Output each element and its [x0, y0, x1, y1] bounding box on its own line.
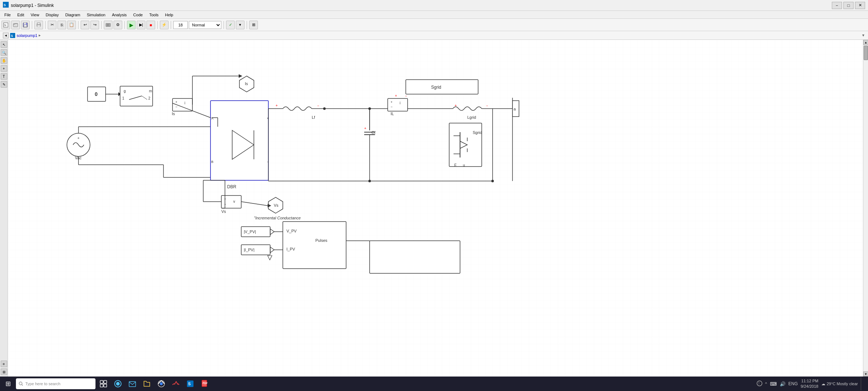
taskbar-date: 9/24/2018 [801, 384, 818, 389]
tb-sep-6 [157, 21, 158, 29]
svg-text:!: ! [758, 382, 760, 386]
scroll-down-btn[interactable]: ▼ [863, 371, 868, 377]
tb-cut[interactable]: ✂ [48, 21, 56, 29]
taskbar-volume[interactable]: 🔊 [780, 381, 786, 387]
svg-rect-98 [406, 80, 478, 94]
tb-check-dropdown[interactable]: ▾ [236, 21, 244, 29]
tb-grid[interactable]: ⊞ [249, 21, 258, 29]
menu-view[interactable]: View [28, 12, 42, 18]
mode-dropdown[interactable]: Normal Accelerator Rapid Accelerator Ext… [189, 21, 221, 29]
tb-run[interactable]: ▶ [127, 21, 136, 29]
taskbar-mail[interactable] [126, 377, 139, 390]
taskbar-pdf[interactable]: PDF [198, 377, 211, 390]
tb-new[interactable]: N [1, 21, 10, 29]
svg-text:−: − [317, 104, 319, 108]
simulink-app-icon: S [3, 2, 9, 9]
svg-text:Lf: Lf [312, 115, 315, 119]
svg-rect-100 [449, 123, 482, 167]
svg-text:|I_PV|: |I_PV| [244, 248, 255, 252]
svg-line-141 [22, 384, 23, 386]
svg-text:u: u [463, 163, 465, 167]
svg-text:+: + [364, 126, 366, 130]
canvas-area[interactable]: Vac + 0 g m 1 2 [8, 40, 863, 377]
menu-display[interactable]: Display [43, 12, 61, 18]
taskbar-language[interactable]: ENG [788, 381, 798, 386]
tb-copy[interactable]: ⎘ [58, 21, 66, 29]
tb-check[interactable]: ✓ [226, 21, 235, 29]
lp-pan[interactable]: ✋ [1, 57, 7, 64]
tb-stop[interactable]: ■ [146, 21, 155, 29]
lp-select[interactable]: ↖ [1, 41, 7, 48]
tb-sep-9 [247, 21, 247, 29]
taskbar: ⊞ Type here to search S PDF ! [0, 377, 868, 391]
svg-text:−: − [405, 94, 407, 98]
tb-model-settings[interactable]: ⚙ [114, 21, 122, 29]
svg-text:m: m [149, 89, 152, 93]
tb-sep-7 [171, 21, 171, 29]
lp-zoom-in[interactable]: 🔍 [1, 49, 7, 56]
scroll-thumb-v[interactable] [864, 46, 868, 60]
menu-code[interactable]: Code [130, 12, 145, 18]
breadcrumb-back[interactable]: ◄ [3, 33, 9, 38]
scroll-track-v[interactable] [863, 45, 868, 371]
svg-text:0: 0 [95, 91, 98, 97]
zoom-input[interactable]: 18 [173, 21, 188, 29]
breadcrumb-dropdown[interactable]: ▼ [861, 33, 865, 37]
taskbar-simulink[interactable]: S [184, 377, 197, 390]
svg-text:Cf: Cf [371, 130, 376, 135]
lp-connect[interactable]: + [1, 65, 7, 72]
menu-simulation[interactable]: Simulation [84, 12, 108, 18]
right-scrollbar[interactable]: ▲ ▼ [863, 40, 868, 377]
start-button[interactable]: ⊞ [1, 377, 14, 390]
tb-redo[interactable]: ↪ [90, 21, 99, 29]
taskbar-search[interactable]: Type here to search [16, 378, 95, 389]
taskbar-cortana[interactable] [111, 377, 124, 390]
svg-text:N: N [4, 24, 6, 26]
svg-text:v: v [233, 199, 235, 203]
tb-undo[interactable]: ↩ [81, 21, 89, 29]
taskbar-notification-icon[interactable]: ! [757, 381, 762, 387]
svg-text:Is: Is [172, 112, 175, 116]
lp-bottom-1[interactable]: ≡ [1, 361, 7, 367]
menu-edit[interactable]: Edit [14, 12, 27, 18]
svg-text:−: − [486, 104, 488, 108]
maximize-button[interactable]: □ [843, 2, 854, 9]
svg-text:Sgrid: Sgrid [473, 130, 482, 135]
menu-diagram[interactable]: Diagram [62, 12, 83, 18]
taskbar-task-view[interactable] [97, 377, 110, 390]
close-button[interactable]: ✕ [855, 2, 865, 9]
tb-paste[interactable]: 📋 [67, 21, 76, 29]
menu-analysis[interactable]: Analysis [109, 12, 129, 18]
menu-tools[interactable]: Tools [146, 12, 162, 18]
svg-text:E: E [454, 163, 457, 167]
menu-file[interactable]: File [1, 12, 14, 18]
menu-help[interactable]: Help [162, 12, 176, 18]
tb-open[interactable] [11, 21, 20, 29]
tb-fast-restart[interactable]: ⚡ [160, 21, 169, 29]
tb-save[interactable] [21, 21, 30, 29]
taskbar-matlab[interactable] [169, 377, 182, 390]
minimize-button[interactable]: − [832, 2, 842, 9]
tb-library[interactable] [104, 21, 112, 29]
tb-step-fwd[interactable]: ▶| [137, 21, 145, 29]
taskbar-up-arrow[interactable]: ^ [765, 382, 767, 386]
taskbar-weather[interactable]: ☁ 29°C Mostly clear [821, 382, 858, 386]
breadcrumb-item[interactable]: solarpump1 [17, 33, 37, 38]
breadcrumb-home-icon: S [10, 33, 15, 38]
tb-print[interactable] [34, 21, 43, 29]
taskbar-show-desktop[interactable] [861, 377, 864, 390]
lp-bottom-2[interactable]: ⊞ [1, 369, 7, 375]
svg-text:S: S [11, 34, 13, 38]
taskbar-keyboard[interactable]: ⌨ [770, 381, 777, 387]
search-icon [19, 382, 23, 386]
lp-annotation[interactable]: ✎ [1, 81, 7, 88]
taskbar-chrome[interactable] [155, 377, 168, 390]
window-title: solarpump1 - Simulink [11, 3, 54, 8]
taskbar-files[interactable] [140, 377, 153, 390]
svg-text:−: − [391, 105, 392, 109]
scroll-up-btn[interactable]: ▲ [863, 40, 868, 45]
lp-text[interactable]: T [1, 73, 7, 80]
taskbar-datetime[interactable]: 11:12 PM 9/24/2018 [801, 378, 818, 390]
weather-text: 29°C Mostly clear [827, 382, 858, 386]
svg-rect-142 [100, 381, 103, 383]
